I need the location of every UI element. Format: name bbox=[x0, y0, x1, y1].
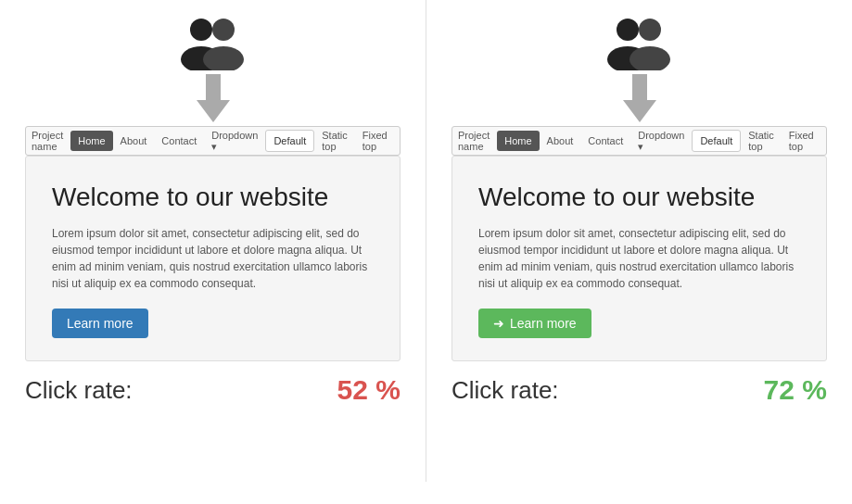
nav-fixed-right[interactable]: Fixed top bbox=[782, 125, 821, 157]
svg-point-5 bbox=[617, 19, 639, 41]
navbar-right: Project name Home About Contact Dropdown… bbox=[451, 126, 827, 156]
nav-fixed-left[interactable]: Fixed top bbox=[355, 125, 395, 157]
svg-marker-9 bbox=[623, 74, 656, 122]
nav-static-right[interactable]: Static top bbox=[741, 125, 782, 157]
nav-contact-left[interactable]: Contact bbox=[154, 131, 204, 151]
nav-static-left[interactable]: Static top bbox=[314, 125, 355, 157]
click-rate-row-right: Click rate: 72 % bbox=[451, 365, 827, 406]
nav-brand-right: Project name bbox=[458, 130, 490, 152]
nav-home-right[interactable]: Home bbox=[497, 131, 539, 151]
right-panel: Project name Home About Contact Dropdown… bbox=[426, 0, 852, 406]
svg-point-0 bbox=[190, 19, 212, 41]
card-body-left: Lorem ipsum dolor sit amet, consectetur … bbox=[52, 225, 374, 292]
card-title-left: Welcome to our website bbox=[52, 183, 374, 212]
nav-default-left[interactable]: Default bbox=[265, 130, 314, 152]
arrow-down-right bbox=[623, 74, 656, 126]
arrow-down-left bbox=[197, 74, 230, 126]
navbar-left: Project name Home About Contact Dropdown… bbox=[25, 126, 401, 156]
learn-more-button-left[interactable]: Learn more bbox=[52, 309, 148, 338]
svg-marker-4 bbox=[197, 74, 230, 122]
nav-default-right[interactable]: Default bbox=[692, 130, 741, 152]
arrow-right-icon: ➜ bbox=[493, 316, 504, 331]
click-rate-label-left: Click rate: bbox=[25, 376, 133, 405]
users-icon-left bbox=[172, 17, 255, 74]
users-icon-right bbox=[598, 17, 681, 74]
click-rate-row-left: Click rate: 52 % bbox=[25, 365, 401, 406]
click-rate-value-left: 52 % bbox=[337, 374, 401, 406]
nav-brand-left: Project name bbox=[32, 130, 63, 152]
left-panel: Project name Home About Contact Dropdown… bbox=[0, 0, 426, 406]
nav-dropdown-right[interactable]: Dropdown ▾ bbox=[630, 125, 692, 158]
card-title-right: Welcome to our website bbox=[478, 183, 800, 212]
click-rate-value-right: 72 % bbox=[764, 374, 827, 406]
click-rate-label-right: Click rate: bbox=[451, 376, 559, 405]
nav-about-right[interactable]: About bbox=[540, 131, 581, 151]
learn-more-button-right[interactable]: ➜ Learn more bbox=[478, 309, 591, 338]
card-body-right: Lorem ipsum dolor sit amet, consectetur … bbox=[478, 225, 800, 292]
svg-point-7 bbox=[639, 19, 661, 41]
content-card-right: Welcome to our website Lorem ipsum dolor… bbox=[451, 156, 827, 361]
nav-contact-right[interactable]: Contact bbox=[580, 131, 630, 151]
svg-point-2 bbox=[212, 19, 235, 41]
nav-about-left[interactable]: About bbox=[113, 131, 155, 151]
nav-home-left[interactable]: Home bbox=[70, 131, 112, 151]
content-card-left: Welcome to our website Lorem ipsum dolor… bbox=[25, 156, 401, 361]
learn-more-label-right: Learn more bbox=[510, 316, 577, 331]
nav-dropdown-left[interactable]: Dropdown ▾ bbox=[204, 125, 265, 158]
